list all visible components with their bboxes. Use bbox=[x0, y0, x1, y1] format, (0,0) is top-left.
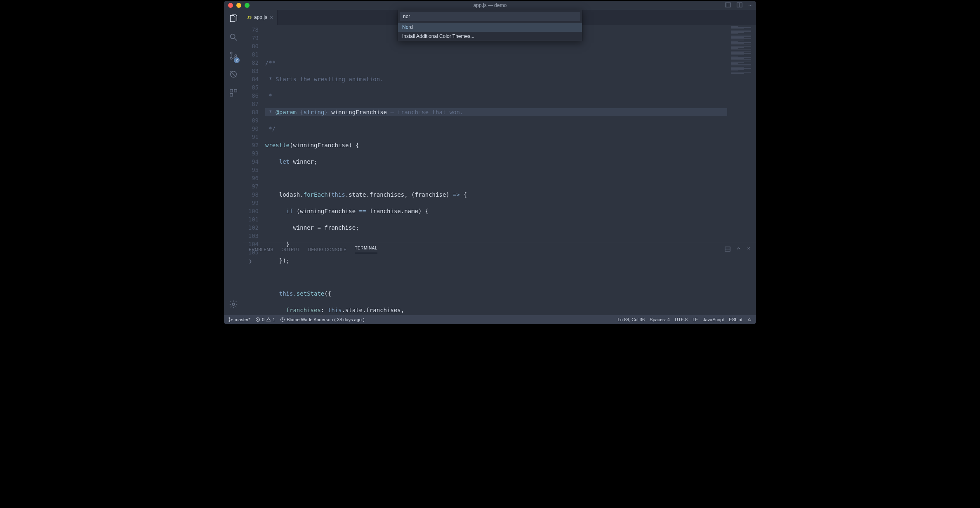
quick-input-item-nord[interactable]: Nord bbox=[398, 23, 582, 32]
scm-icon[interactable]: 2 bbox=[229, 51, 238, 61]
debug-icon[interactable] bbox=[229, 70, 238, 80]
quick-input-item-install-themes[interactable]: Install Additional Color Themes... bbox=[398, 32, 582, 41]
close-window-button[interactable] bbox=[228, 3, 233, 8]
code-area[interactable]: /** * Starts the wrestling animation. * … bbox=[265, 25, 727, 243]
tab-label: app.js bbox=[254, 14, 267, 20]
search-icon[interactable] bbox=[229, 33, 238, 43]
editor-section: JS app.js × 787980 818283 848586 878889 … bbox=[243, 10, 756, 315]
svg-point-14 bbox=[232, 303, 235, 306]
extensions-icon[interactable] bbox=[229, 88, 238, 99]
svg-line-5 bbox=[235, 38, 237, 41]
main-area: 2 JS app.js × 787 bbox=[224, 10, 756, 315]
minimap[interactable] bbox=[727, 25, 756, 243]
activity-bar: 2 bbox=[224, 10, 243, 315]
layout-icon[interactable] bbox=[737, 2, 742, 9]
explorer-icon[interactable] bbox=[229, 14, 238, 24]
window-title: app.js — demo bbox=[474, 2, 507, 8]
traffic-lights bbox=[224, 3, 250, 8]
chevron-up-icon[interactable] bbox=[736, 246, 741, 253]
svg-rect-0 bbox=[726, 2, 730, 7]
git-branch-status[interactable]: master* bbox=[228, 317, 250, 322]
file-ext-badge: JS bbox=[247, 15, 252, 19]
titlebar: app.js — demo ··· bbox=[224, 1, 756, 10]
svg-point-7 bbox=[230, 57, 232, 59]
close-icon[interactable]: × bbox=[270, 14, 273, 21]
fullscreen-window-button[interactable] bbox=[245, 3, 250, 8]
svg-point-17 bbox=[229, 318, 230, 318]
minimap-preview bbox=[731, 26, 754, 84]
quick-input-field[interactable] bbox=[400, 12, 580, 21]
split-view-icon[interactable] bbox=[725, 2, 731, 9]
tab-app-js[interactable]: JS app.js × bbox=[243, 10, 278, 25]
svg-point-4 bbox=[231, 34, 235, 39]
editor-pane[interactable]: 787980 818283 848586 878889 909192 93949… bbox=[243, 25, 756, 243]
svg-rect-11 bbox=[230, 89, 233, 92]
svg-rect-12 bbox=[234, 89, 237, 92]
eslint-status[interactable]: ESLint bbox=[729, 317, 742, 322]
quick-input-overlay: Nord Install Additional Color Themes... bbox=[398, 10, 582, 41]
titlebar-actions: ··· bbox=[725, 2, 753, 9]
close-panel-icon[interactable]: ✕ bbox=[747, 246, 751, 253]
svg-point-6 bbox=[230, 52, 232, 54]
gear-icon[interactable] bbox=[229, 300, 238, 310]
scm-badge: 2 bbox=[234, 57, 240, 63]
more-icon[interactable]: ··· bbox=[748, 2, 753, 9]
feedback-icon[interactable]: ☺ bbox=[747, 317, 752, 322]
minimize-window-button[interactable] bbox=[236, 3, 241, 8]
svg-point-8 bbox=[235, 55, 237, 57]
svg-rect-13 bbox=[230, 94, 233, 96]
terminal-prompt: ❯ bbox=[249, 258, 252, 264]
line-gutter: 787980 818283 848586 878889 909192 93949… bbox=[243, 25, 265, 243]
vscode-window: app.js — demo ··· Nord Install Additiona… bbox=[224, 1, 756, 324]
